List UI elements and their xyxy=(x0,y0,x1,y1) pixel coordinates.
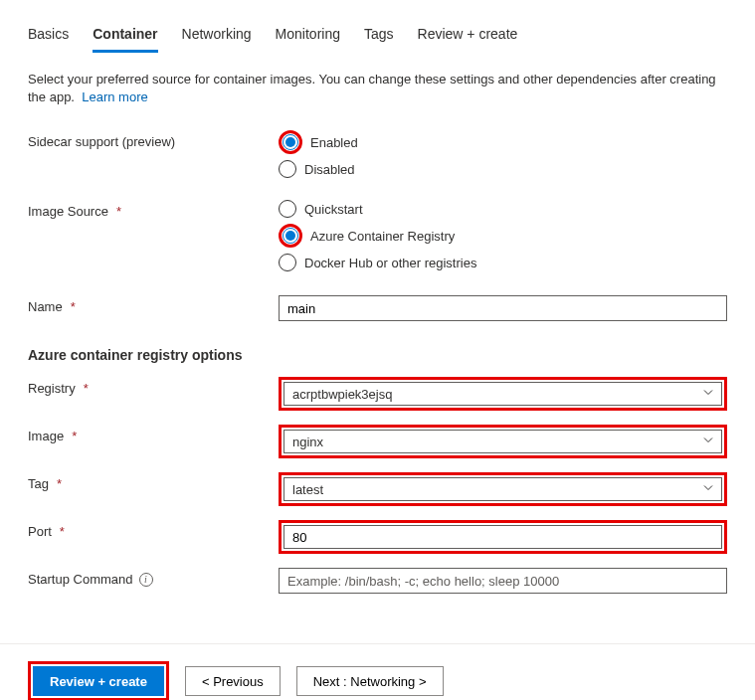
radio-icon xyxy=(279,254,296,271)
radio-label: Docker Hub or other registries xyxy=(304,256,476,270)
highlight-box: nginx xyxy=(279,425,727,458)
select-value: acrptbwpiek3ejsq xyxy=(292,387,392,402)
tab-networking[interactable]: Networking xyxy=(182,20,252,53)
select-value: latest xyxy=(292,482,323,497)
label-name: Name* xyxy=(28,295,279,314)
tab-monitoring[interactable]: Monitoring xyxy=(276,20,340,53)
review-create-button[interactable]: Review + create xyxy=(33,666,164,696)
radio-source-acr[interactable]: Azure Container Registry xyxy=(279,224,727,248)
tab-basics[interactable]: Basics xyxy=(28,20,69,53)
port-input[interactable] xyxy=(283,525,722,549)
registry-select[interactable]: acrptbwpiek3ejsq xyxy=(283,382,722,406)
radio-sidecar-disabled[interactable]: Disabled xyxy=(279,160,727,178)
label-sidecar: Sidecar support (preview) xyxy=(28,130,279,149)
section-heading-acr: Azure container registry options xyxy=(28,347,727,363)
radio-label: Quickstart xyxy=(304,202,363,217)
radio-sidecar-enabled[interactable]: Enabled xyxy=(279,130,727,154)
label-startup: Startup Command i xyxy=(28,568,279,587)
radio-label: Azure Container Registry xyxy=(310,229,455,244)
radio-label: Disabled xyxy=(304,162,355,177)
previous-button[interactable]: < Previous xyxy=(185,666,281,696)
radio-label: Enabled xyxy=(310,135,358,150)
radio-icon xyxy=(279,200,296,218)
tab-container[interactable]: Container xyxy=(93,20,157,53)
label-tag: Tag* xyxy=(28,472,279,491)
tab-review[interactable]: Review + create xyxy=(418,20,518,53)
footer-bar: Review + create < Previous Next : Networ… xyxy=(28,643,727,700)
radio-source-quickstart[interactable]: Quickstart xyxy=(279,200,727,218)
startup-command-input[interactable] xyxy=(279,568,727,594)
name-input[interactable] xyxy=(279,295,727,321)
tab-tags[interactable]: Tags xyxy=(364,20,394,53)
learn-more-link[interactable]: Learn more xyxy=(82,89,147,104)
radio-icon xyxy=(279,160,296,178)
tab-bar: Basics Container Networking Monitoring T… xyxy=(28,20,727,53)
radio-source-docker[interactable]: Docker Hub or other registries xyxy=(279,254,727,271)
highlight-box xyxy=(279,520,727,554)
description-text: Select your preferred source for contain… xyxy=(28,71,727,106)
label-registry: Registry* xyxy=(28,377,279,396)
select-value: nginx xyxy=(292,435,323,449)
highlight-ring xyxy=(279,130,302,154)
info-icon[interactable]: i xyxy=(139,573,153,587)
label-image: Image* xyxy=(28,425,279,443)
radio-icon xyxy=(283,134,298,150)
highlight-box: Review + create xyxy=(28,661,169,700)
label-port: Port* xyxy=(28,520,279,539)
highlight-box: latest xyxy=(279,472,727,506)
highlight-box: acrptbwpiek3ejsq xyxy=(279,377,727,411)
radio-icon xyxy=(283,228,298,244)
label-image-source: Image Source* xyxy=(28,200,279,219)
next-button[interactable]: Next : Networking > xyxy=(296,666,444,696)
highlight-ring xyxy=(279,224,302,248)
image-select[interactable]: nginx xyxy=(283,430,722,453)
tag-select[interactable]: latest xyxy=(283,477,722,501)
